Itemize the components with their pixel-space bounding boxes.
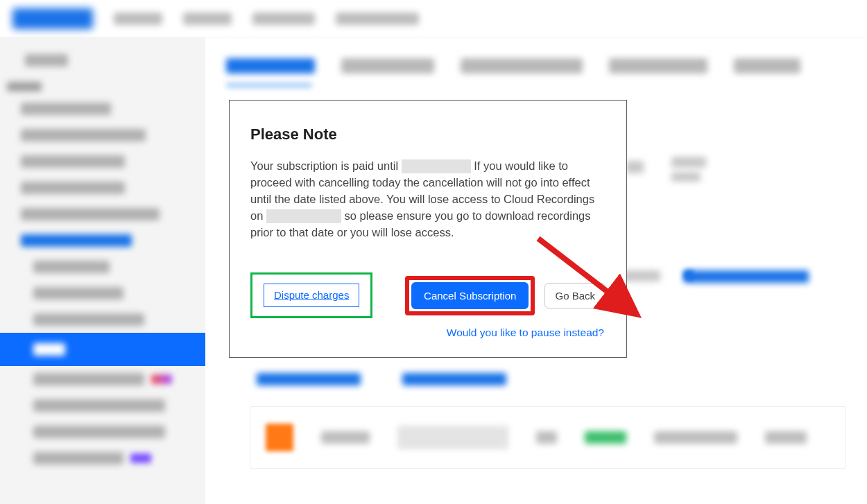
dispute-charges-box[interactable]: Dispute charges — [264, 284, 359, 307]
bg-placeholder — [684, 270, 694, 280]
sidebar-section — [7, 82, 42, 92]
plan-text — [765, 431, 807, 444]
redacted-date — [402, 159, 471, 173]
sidebar-subitem[interactable] — [33, 426, 165, 438]
dispute-charges-link[interactable]: Dispute charges — [274, 289, 349, 301]
annotation-red-box: Cancel Subscription — [405, 276, 535, 315]
cancellation-dialog: Please Note Your subscription is paid un… — [229, 100, 627, 358]
body-text-1: Your subscription is paid until — [250, 159, 402, 172]
badge — [130, 453, 151, 463]
tab-bar — [226, 58, 867, 73]
tab-underline — [226, 83, 312, 87]
link-placeholder[interactable] — [257, 373, 361, 385]
go-back-button[interactable]: Go Back — [544, 283, 606, 309]
redacted-date — [266, 209, 341, 223]
sidebar-subitem[interactable] — [33, 399, 165, 412]
tab-active[interactable] — [226, 58, 315, 73]
sidebar-item[interactable] — [21, 155, 125, 168]
pause-instead-link[interactable]: Would you like to pause instead? — [447, 327, 604, 339]
tab[interactable] — [341, 58, 434, 73]
sidebar-item[interactable] — [21, 103, 111, 115]
cancel-subscription-button[interactable]: Cancel Subscription — [411, 282, 529, 309]
sidebar-item-active[interactable] — [0, 333, 205, 366]
sidebar-item[interactable] — [21, 234, 132, 247]
plan-text — [654, 431, 737, 444]
sidebar-item[interactable] — [21, 182, 125, 194]
dialog-title: Please Note — [250, 125, 606, 144]
bg-placeholder — [671, 157, 706, 168]
sidebar-subitem[interactable] — [33, 373, 144, 385]
status-badge — [585, 431, 626, 444]
nav-link[interactable] — [114, 12, 162, 25]
nav-link[interactable] — [252, 12, 315, 25]
bg-placeholder — [671, 172, 701, 182]
plan-icon — [266, 424, 293, 451]
sidebar-subitem[interactable] — [33, 452, 123, 464]
sidebar — [0, 37, 205, 504]
logo — [12, 8, 93, 29]
nav-link[interactable] — [183, 12, 232, 25]
sidebar-subitem[interactable] — [33, 313, 144, 326]
sidebar-item[interactable] — [21, 208, 160, 220]
badge — [151, 374, 172, 384]
plan-card — [250, 406, 846, 469]
bg-placeholder — [626, 161, 644, 173]
tab[interactable] — [609, 58, 707, 73]
sidebar-subitem[interactable] — [33, 287, 123, 299]
sidebar-item[interactable] — [25, 54, 68, 67]
annotation-green-box: Dispute charges — [250, 272, 372, 318]
sidebar-subitem[interactable] — [33, 261, 110, 273]
sidebar-item[interactable] — [21, 129, 146, 141]
dialog-body: Your subscription is paid until If you w… — [250, 157, 606, 241]
nav-link[interactable] — [336, 12, 419, 25]
tab[interactable] — [734, 58, 800, 73]
main-content: Please Note Your subscription is paid un… — [205, 37, 867, 504]
top-navbar — [0, 0, 867, 37]
dialog-actions: Dispute charges Cancel Subscription Go B… — [250, 272, 606, 318]
bg-placeholder — [684, 270, 809, 283]
plan-select[interactable] — [397, 426, 508, 449]
plan-text — [536, 431, 557, 444]
tab[interactable] — [461, 58, 583, 73]
link-placeholder[interactable] — [402, 373, 506, 385]
plan-text — [321, 431, 370, 444]
